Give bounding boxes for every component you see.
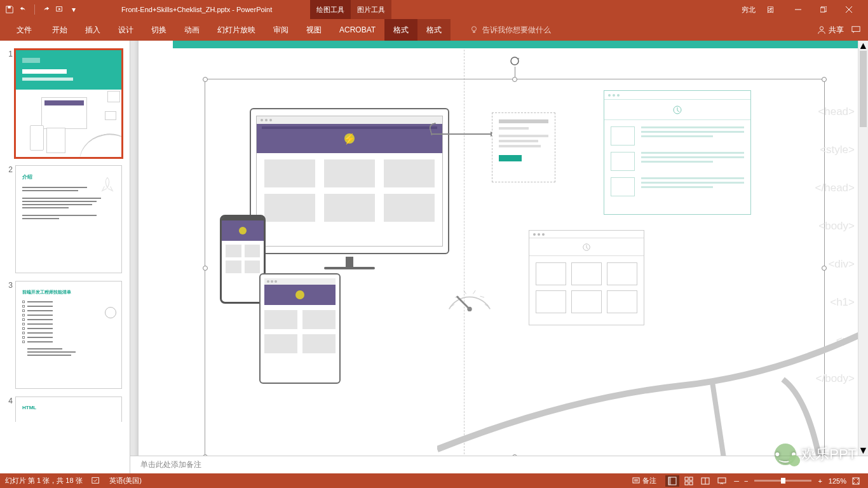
tab-slideshow[interactable]: 幻灯片放映 xyxy=(208,19,264,41)
lightbulb-icon xyxy=(470,25,478,34)
tag: </head> xyxy=(815,169,855,207)
watermark-icon: •‿• xyxy=(775,444,796,465)
desktop-mockup[interactable]: ⚡ xyxy=(250,108,449,254)
slideshow-view-icon[interactable] xyxy=(715,475,729,487)
comments-pane-icon[interactable] xyxy=(851,25,860,34)
slide-editor: ⚡ xyxy=(130,41,868,473)
tab-acrobat[interactable]: ACROBAT xyxy=(330,19,384,41)
logo-icon xyxy=(582,243,591,252)
svg-line-10 xyxy=(473,290,476,294)
zoom-level[interactable]: 125% xyxy=(829,477,846,485)
tablet-mockup[interactable] xyxy=(259,273,341,384)
slide-number: 3 xyxy=(4,281,15,389)
compass-icon xyxy=(105,307,116,318)
tab-view[interactable]: 视图 xyxy=(297,19,330,41)
resize-handle[interactable] xyxy=(203,266,208,271)
tab-animations[interactable]: 动画 xyxy=(175,19,208,41)
lightning-icon: ⚡ xyxy=(344,133,355,144)
qat-dropdown-icon[interactable]: ▾ xyxy=(69,5,78,14)
lightning-icon xyxy=(239,227,247,234)
tab-picture-format[interactable]: 格式 xyxy=(417,19,451,41)
reading-view-icon[interactable] xyxy=(698,475,712,487)
tell-me-placeholder: 告诉我你想要做什么 xyxy=(482,25,551,36)
notes-pane[interactable]: 单击此处添加备注 xyxy=(130,456,868,473)
svg-line-11 xyxy=(480,296,484,297)
spellcheck-icon[interactable] xyxy=(92,476,100,486)
resize-handle[interactable] xyxy=(512,77,517,82)
user-name[interactable]: 穷北 xyxy=(742,5,756,15)
svg-rect-2 xyxy=(820,8,825,12)
resize-handle[interactable] xyxy=(203,77,208,82)
fit-to-window-icon[interactable] xyxy=(849,475,863,487)
start-from-beginning-icon[interactable] xyxy=(55,5,64,14)
save-icon[interactable] xyxy=(5,5,14,14)
svg-rect-17 xyxy=(633,478,639,483)
wireframe-list[interactable] xyxy=(604,90,751,215)
tab-home[interactable]: 开始 xyxy=(43,19,76,41)
tag: <head> xyxy=(815,93,855,131)
scroll-up-icon[interactable]: ▲ xyxy=(858,41,868,51)
tab-insert[interactable]: 插入 xyxy=(76,19,109,41)
document-title: Front-End+Skills+Cheklist_ZH.pptx - Powe… xyxy=(121,6,272,13)
rotate-handle[interactable] xyxy=(509,55,520,67)
tab-file[interactable]: 文件 xyxy=(5,19,43,41)
arrow-connector xyxy=(431,133,494,135)
language-status[interactable]: 英语(美国) xyxy=(109,476,142,485)
vertical-scrollbar[interactable]: ▲ ▼ xyxy=(858,41,868,456)
slide-thumb-4[interactable]: HTML xyxy=(15,396,122,422)
slide-thumb-1[interactable] xyxy=(15,50,122,158)
slide-canvas[interactable]: ⚡ xyxy=(139,41,860,456)
watermark-text: 欢乐PPT xyxy=(801,445,857,464)
resize-handle[interactable] xyxy=(203,454,208,456)
resize-handle[interactable] xyxy=(512,454,517,456)
slide-number: 4 xyxy=(4,396,15,422)
slide-counter[interactable]: 幻灯片 第 1 张，共 18 张 xyxy=(5,476,83,485)
notes-toggle[interactable]: 备注 xyxy=(632,476,656,485)
form-panel[interactable] xyxy=(492,112,555,182)
zoom-slider[interactable] xyxy=(754,480,811,482)
minimize-button[interactable] xyxy=(785,0,811,19)
close-button[interactable] xyxy=(836,0,862,19)
scroll-down-icon[interactable]: ▼ xyxy=(858,445,868,456)
tag: <style> xyxy=(815,131,855,169)
logo-icon xyxy=(672,105,682,115)
rocket-icon xyxy=(98,175,116,195)
tag: <p> xyxy=(815,322,855,360)
tag: </body> xyxy=(815,360,855,398)
svg-rect-0 xyxy=(8,6,10,9)
tab-drawing-format[interactable]: 格式 xyxy=(384,19,417,41)
share-button[interactable]: 共享 xyxy=(817,25,844,36)
svg-point-6 xyxy=(511,57,519,65)
resize-handle[interactable] xyxy=(822,77,827,82)
titlebar: ▾ Front-End+Skills+Cheklist_ZH.pptx - Po… xyxy=(0,0,868,19)
redo-icon[interactable] xyxy=(41,5,50,14)
slide-thumb-3[interactable]: 前端开发工程师技能清单 xyxy=(15,281,122,389)
zoom-in-icon[interactable]: + xyxy=(818,477,822,485)
restore-button[interactable] xyxy=(811,0,836,19)
wireframe-grid[interactable] xyxy=(529,230,644,325)
thumb-title: 前端开发工程师技能清单 xyxy=(22,289,115,295)
zoom-out-icon[interactable]: − xyxy=(744,477,748,485)
drawing-tools-tab-header: 绘图工具 xyxy=(310,0,351,19)
tag: <body> xyxy=(815,207,855,245)
tab-design[interactable]: 设计 xyxy=(109,19,142,41)
ribbon-display-options-icon[interactable]: 团 xyxy=(767,5,774,15)
slide-thumb-2[interactable]: 介绍 xyxy=(15,165,122,273)
undo-icon[interactable] xyxy=(19,5,28,14)
svg-rect-21 xyxy=(668,477,671,485)
tell-me-search[interactable]: 告诉我你想要做什么 xyxy=(470,25,551,36)
slide-sorter-view-icon[interactable] xyxy=(682,475,696,487)
tab-transitions[interactable]: 切换 xyxy=(142,19,175,41)
statusbar: 幻灯片 第 1 张，共 18 张 英语(美国) 备注 ─ − + 125% xyxy=(0,473,868,488)
svg-rect-16 xyxy=(92,477,99,483)
slide-thumbnails-panel[interactable]: 1 2 介绍 xyxy=(0,41,130,473)
tab-review[interactable]: 审阅 xyxy=(264,19,297,41)
svg-rect-23 xyxy=(689,477,693,480)
picture-tools-tab-header: 图片工具 xyxy=(351,0,391,19)
svg-rect-22 xyxy=(685,477,688,480)
decor-bar xyxy=(173,41,860,48)
svg-rect-25 xyxy=(689,482,693,485)
normal-view-icon[interactable] xyxy=(665,475,679,487)
lightning-icon xyxy=(295,290,304,299)
scroll-thumb[interactable] xyxy=(860,51,867,127)
